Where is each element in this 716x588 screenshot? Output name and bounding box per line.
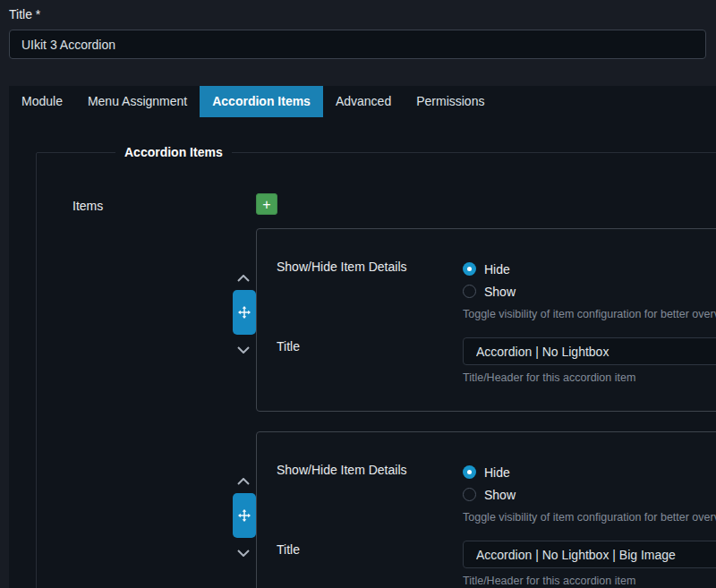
move-item-up-button[interactable] <box>237 474 250 485</box>
item-title-help-text: Title/Header for this accordion item <box>463 575 716 587</box>
radio-hide-label: Hide <box>484 262 510 277</box>
item-reorder-controls <box>214 228 256 412</box>
tab-accordion-items[interactable]: Accordion Items <box>200 86 323 117</box>
subform-item-row: Show/Hide Item Details Hide Show <box>214 431 716 588</box>
item-title-control: Title/Header for this accordion item <box>463 337 716 384</box>
tab-bar: Module Menu Assignment Accordion Items A… <box>9 86 716 117</box>
radio-selected-icon[interactable] <box>463 465 476 479</box>
module-title-section: Title * <box>0 0 716 59</box>
tab-advanced[interactable]: Advanced <box>323 86 404 117</box>
accordion-item-card: Show/Hide Item Details Hide Show <box>256 431 716 588</box>
show-hide-label: Show/Hide Item Details <box>277 258 463 320</box>
move-item-down-button[interactable] <box>237 546 250 557</box>
tab-content: Accordion Items Items + <box>9 117 716 588</box>
radio-selected-icon[interactable] <box>463 262 476 276</box>
item-title-label: Title <box>277 337 463 384</box>
radio-hide[interactable]: Hide <box>463 461 716 483</box>
chevron-up-icon <box>237 478 250 485</box>
items-field-row: Items + <box>72 193 716 588</box>
accordion-items-fieldset: Accordion Items Items + <box>36 145 716 588</box>
item-title-help-text: Title/Header for this accordion item <box>463 371 716 384</box>
accordion-item-card: Show/Hide Item Details Hide Show <box>256 228 716 412</box>
move-item-up-button[interactable] <box>237 271 250 282</box>
radio-unselected-icon[interactable] <box>463 285 476 298</box>
title-field-row: Title Title/Header for this accordion it… <box>277 337 716 384</box>
radio-show[interactable]: Show <box>463 483 716 506</box>
title-input[interactable] <box>9 30 706 59</box>
tab-menu-assignment[interactable]: Menu Assignment <box>75 86 200 117</box>
chevron-up-icon <box>237 275 250 282</box>
module-edit-tabs-panel: Module Menu Assignment Accordion Items A… <box>9 86 716 588</box>
show-hide-help-text: Toggle visibility of item configuration … <box>463 308 716 320</box>
show-hide-control: Hide Show Toggle visibility of item conf… <box>463 258 716 320</box>
show-hide-control: Hide Show Toggle visibility of item conf… <box>463 461 716 524</box>
radio-show[interactable]: Show <box>463 280 716 303</box>
item-title-control: Title/Header for this accordion item <box>463 541 716 587</box>
item-title-input[interactable] <box>463 541 716 568</box>
subform-item-row: Show/Hide Item Details Hide Show <box>214 228 716 412</box>
item-reorder-controls <box>214 431 256 588</box>
chevron-down-icon <box>237 346 250 354</box>
item-title-label: Title <box>277 541 463 587</box>
show-hide-field-row: Show/Hide Item Details Hide Show <box>277 461 716 524</box>
move-item-down-button[interactable] <box>237 343 250 354</box>
drag-move-handle[interactable] <box>233 290 256 335</box>
radio-unselected-icon[interactable] <box>463 488 476 501</box>
show-hide-help-text: Toggle visibility of item configuration … <box>463 511 716 524</box>
item-title-input[interactable] <box>463 337 716 365</box>
move-icon <box>238 306 251 319</box>
move-icon <box>238 509 251 522</box>
tab-module[interactable]: Module <box>9 86 75 117</box>
fieldset-legend: Accordion Items <box>115 145 232 159</box>
title-field-label: Title * <box>9 7 706 21</box>
radio-show-label: Show <box>484 285 516 299</box>
add-item-button[interactable]: + <box>256 193 277 215</box>
title-field-row: Title Title/Header for this accordion it… <box>277 541 716 587</box>
radio-hide-label: Hide <box>484 465 510 480</box>
chevron-down-icon <box>237 550 250 557</box>
radio-hide[interactable]: Hide <box>463 258 716 280</box>
show-hide-label: Show/Hide Item Details <box>277 461 463 524</box>
radio-show-label: Show <box>484 488 516 502</box>
items-subform: + <box>256 193 716 588</box>
tab-permissions[interactable]: Permissions <box>404 86 497 117</box>
show-hide-field-row: Show/Hide Item Details Hide Show <box>277 258 716 320</box>
drag-move-handle[interactable] <box>233 493 256 538</box>
